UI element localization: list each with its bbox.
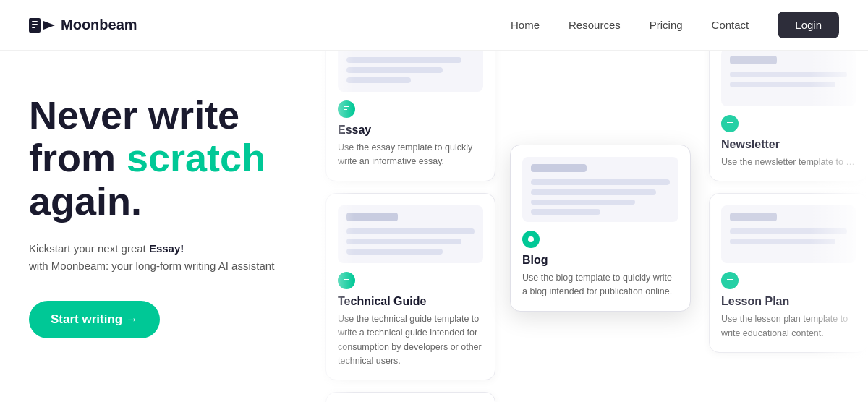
lp-desc: Use the lesson plan template to write ed… [721,312,856,341]
preview-line [730,228,847,234]
preview-line [346,57,461,63]
hero-section: Never write from scratch again. Kickstar… [0,51,311,402]
preview-line [531,200,635,205]
heading-line2: from [29,136,127,179]
card-newsletter[interactable]: Newsletter Use the newsletter template t… [709,51,868,181]
nav-links: Home Resources Pricing Contact Login [511,12,839,38]
lp-title: Lesson Plan [721,295,856,308]
icon-svg [527,235,535,244]
icon-svg [726,119,734,128]
nl-title: Newsletter [721,138,856,151]
icon-svg [726,276,734,285]
main-content: Never write from scratch again. Kickstar… [0,51,868,402]
blog-title: Blog [522,254,678,267]
preview-line [730,213,777,221]
start-writing-button[interactable]: Start writing → [29,301,160,338]
card-tg-preview [338,205,483,263]
svg-rect-2 [32,24,38,25]
card-product-update[interactable]: Product Update Communication (beta) Use … [326,392,495,402]
card-essay[interactable]: Essay Use the essay template to quickly … [326,51,495,181]
preview-line [531,164,587,172]
preview-line [346,249,443,255]
sub-line2: with Moonbeam: your long-form writing AI… [29,260,274,272]
cards-column-3: Newsletter Use the newsletter template t… [709,58,868,353]
preview-line [346,67,443,73]
svg-marker-4 [43,21,55,30]
lp-icon [721,272,739,289]
logo-icon [29,15,55,35]
heading-line1: Never write [29,93,239,137]
card-technical-guide[interactable]: Technical Guide Use the technical guide … [326,193,495,381]
svg-point-5 [528,236,534,242]
svg-rect-1 [32,21,38,22]
nav-resources[interactable]: Resources [569,19,621,31]
nl-desc: Use the newsletter template to write a n… [721,155,856,169]
tg-desc: Use the technical guide template to writ… [338,312,483,369]
navbar: Moonbeam Home Resources Pricing Contact … [0,0,868,51]
heading-line3: again. [29,179,142,223]
icon-svg [342,276,351,285]
blog-icon [522,231,540,248]
card-essay-preview [338,51,483,92]
preview-line [531,189,656,195]
preview-line [730,72,847,77]
preview-line [730,82,835,87]
nav-contact[interactable]: Contact [712,19,749,31]
essay-desc: Use the essay template to quickly write … [338,141,483,169]
blog-desc: Use the blog template to quickly write a… [522,271,678,299]
preview-line [346,228,475,234]
preview-line [730,239,835,244]
nav-home[interactable]: Home [511,19,540,31]
preview-line [346,239,461,244]
card-lesson-plan[interactable]: Lesson Plan Use the lesson plan template… [709,193,868,353]
cards-column-1: Essay Use the essay template to quickly … [326,58,495,402]
preview-line [346,213,398,221]
essay-title: Essay [338,124,483,137]
logo-text: Moonbeam [61,17,137,33]
preview-line [346,77,411,83]
preview-line [531,209,600,215]
sub-pre: Kickstart your next great [29,242,149,255]
card-lp-preview [721,205,856,263]
icon-svg [342,105,351,114]
preview-line [531,179,670,185]
heading-highlight: scratch [127,136,265,179]
nav-pricing[interactable]: Pricing [650,19,683,31]
svg-rect-3 [32,27,35,28]
cards-area: Essay Use the essay template to quickly … [311,51,868,402]
login-button[interactable]: Login [778,12,839,38]
tg-icon [338,272,355,289]
card-blog-preview [522,157,678,222]
hero-subtitle: Kickstart your next great Essay! with Mo… [29,240,282,275]
preview-line [730,56,777,64]
nl-icon [721,115,739,132]
essay-icon [338,100,355,118]
hero-heading: Never write from scratch again. [29,94,282,223]
card-nl-preview [721,51,856,106]
card-blog[interactable]: Blog Use the blog template to quickly wr… [510,145,691,312]
logo[interactable]: Moonbeam [29,15,137,35]
sub-bold: Essay! [149,242,184,255]
tg-title: Technical Guide [338,295,483,308]
cards-column-2: Blog Use the blog template to quickly wr… [510,72,691,312]
